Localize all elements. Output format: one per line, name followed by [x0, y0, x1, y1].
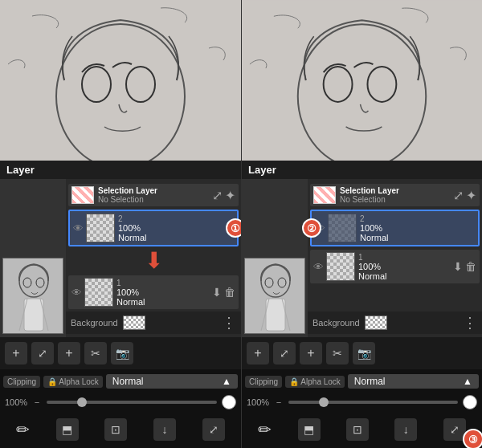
left-layer-list: Selection Layer No Selection ⤢ ✦ 👁 2 100… — [66, 179, 241, 337]
left-bottom-toolbar: + ⤢ + ✂ 📷 — [0, 337, 241, 369]
left-layer1-num: 1 — [116, 279, 145, 287]
left-zoom-slider[interactable] — [47, 401, 217, 404]
left-selection-layer-row[interactable]: Selection Layer No Selection ⤢ ✦ — [68, 184, 239, 206]
pen-icon: ✏ — [16, 420, 30, 439]
trash-icon[interactable]: 🗑 — [224, 286, 235, 299]
right-nav-pen[interactable]: ✏ — [258, 420, 272, 439]
right-more-icon[interactable]: ⋮ — [463, 314, 477, 332]
right-layer2-opacity: 100% — [360, 223, 388, 233]
right-bg-label: Background — [312, 318, 360, 328]
left-zoom-minus[interactable]: － — [32, 396, 42, 409]
alpha-lock-btn[interactable]: 🔒 Alpha Lock — [43, 376, 103, 388]
right-add-layer-btn[interactable]: + — [247, 342, 269, 365]
right-layer-1-row[interactable]: 👁 1 100% Normal ⬇ 🗑 — [310, 250, 480, 283]
add-layer-btn[interactable]: + — [5, 342, 27, 365]
right-layer-content: Selection Layer No Selection ⤢ ✦ ② 👁 — [242, 179, 482, 337]
badge-2: ② — [302, 218, 321, 238]
left-character-thumb — [2, 258, 63, 334]
move-icon[interactable]: ✦ — [225, 188, 235, 203]
left-panel: Layer — [0, 0, 241, 448]
right-transform-btn[interactable]: ⤢ — [273, 342, 296, 365]
right-selection-tools: ⤢ ✦ — [453, 188, 476, 203]
right-mode-bar: Clipping 🔒 Alpha Lock Normal ▲ — [242, 369, 482, 393]
right-add-btn2[interactable]: + — [300, 342, 322, 365]
left-layer1-tools: ⬇ 🗑 — [212, 286, 235, 299]
right-background-row[interactable]: Background ⋮ — [308, 312, 482, 334]
right-cut-btn[interactable]: ✂ — [326, 342, 349, 365]
eye-icon-1[interactable]: 👁 — [71, 287, 82, 299]
left-layer1-opacity: 100% — [116, 287, 145, 297]
left-background-row[interactable]: Background ⋮ — [66, 312, 241, 334]
left-zoom-knob[interactable] — [77, 397, 87, 407]
left-layer-panel: Layer — [0, 161, 241, 448]
transform-btn[interactable]: ⤢ — [31, 342, 54, 365]
brush-circle — [222, 395, 236, 409]
left-nav-btn4[interactable]: ⤢ — [202, 418, 225, 441]
right-clipping-btn[interactable]: Clipping — [245, 376, 282, 388]
left-bottom-nav: ✏ ⬒ ⊡ ↓ ⤢ — [0, 411, 241, 448]
right-brush-circle — [463, 395, 477, 409]
left-layer1-info: 1 100% Normal — [116, 279, 145, 307]
left-layer-header: Layer — [0, 161, 241, 179]
right-nav-btn3[interactable]: ↓ — [394, 418, 417, 441]
camera-btn[interactable]: 📷 — [111, 342, 133, 365]
add-btn2[interactable]: + — [58, 342, 80, 365]
right-camera-btn[interactable]: 📷 — [353, 342, 375, 365]
right-eye-icon-1[interactable]: 👁 — [313, 261, 324, 273]
left-sketch-area — [0, 0, 241, 161]
left-mode-label: Normal — [112, 376, 144, 387]
left-zoom-bar: 100% － — [0, 393, 241, 411]
right-zoom-knob[interactable] — [319, 397, 329, 407]
svg-rect-8 — [24, 299, 43, 331]
right-selection-label: Selection Layer — [340, 186, 399, 195]
left-mini-preview — [0, 179, 66, 337]
right-dropdown-chevron: ▲ — [463, 376, 472, 387]
right-nav-btn2[interactable]: ⊡ — [346, 418, 369, 441]
right-selection-layer-row[interactable]: Selection Layer No Selection ⤢ ✦ — [310, 184, 480, 206]
selection-layer-sub: No Selection — [98, 195, 157, 204]
more-icon[interactable]: ⋮ — [222, 314, 236, 332]
transform-icon[interactable]: ⤢ — [212, 188, 223, 203]
left-layer2-info: 2 100% Normal — [118, 214, 146, 242]
right-move-icon[interactable]: ✦ — [466, 188, 476, 203]
cut-btn[interactable]: ✂ — [84, 342, 107, 365]
left-layer-2-row[interactable]: 👁 2 100% Normal ① — [68, 210, 239, 246]
right-layer1-blend: Normal — [358, 271, 386, 281]
right-zoom-text: 100% — [247, 397, 269, 407]
right-layer2-thumb — [328, 214, 357, 242]
right-layer-header: Layer — [242, 161, 482, 179]
left-mode-dropdown[interactable]: Normal ▲ — [106, 374, 238, 389]
left-layer-1-row[interactable]: 👁 1 100% Normal ⬇ 🗑 — [68, 275, 239, 309]
right-zoom-slider[interactable] — [288, 401, 458, 404]
left-layer2-num: 2 — [118, 214, 146, 223]
clipping-btn[interactable]: Clipping — [3, 376, 40, 388]
eye-icon-2[interactable]: 👁 — [73, 222, 84, 234]
selection-layer-tools: ⤢ ✦ — [212, 188, 235, 203]
right-layer2-info: 2 100% Normal — [360, 214, 388, 242]
selection-layer-label: Selection Layer — [98, 186, 157, 195]
right-transform-icon[interactable]: ⤢ — [453, 188, 464, 203]
right-nav-btn1[interactable]: ⬒ — [298, 418, 321, 441]
right-alpha-lock-btn[interactable]: 🔒 Alpha Lock — [285, 376, 345, 388]
left-nav-pen[interactable]: ✏ — [16, 420, 30, 439]
right-trash-icon[interactable]: 🗑 — [465, 260, 476, 273]
left-bg-preview — [123, 316, 145, 330]
left-zoom-text: 100% — [5, 397, 27, 407]
down-icon[interactable]: ⬇ — [212, 286, 222, 299]
right-layer-2-row[interactable]: ② 👁 2 100% Normal — [310, 210, 480, 246]
selection-layer-info: Selection Layer No Selection — [98, 186, 157, 204]
left-nav-btn1[interactable]: ⬒ — [56, 418, 79, 441]
right-layer1-tools: ⬇ 🗑 — [453, 260, 476, 273]
left-sketch-svg — [0, 0, 241, 161]
right-zoom-minus[interactable]: － — [274, 396, 284, 409]
right-selection-info: Selection Layer No Selection — [340, 186, 399, 204]
right-mode-dropdown[interactable]: Normal ▲ — [348, 374, 479, 389]
right-layer1-thumb — [326, 252, 355, 281]
left-layer-title: Layer — [6, 164, 35, 176]
left-nav-btn2[interactable]: ⊡ — [104, 418, 127, 441]
right-down-icon[interactable]: ⬇ — [453, 260, 463, 273]
right-pen-icon: ✏ — [258, 420, 272, 439]
right-selection-sub: No Selection — [340, 195, 399, 204]
right-layer2-num: 2 — [360, 214, 388, 223]
left-nav-btn3[interactable]: ↓ — [153, 418, 176, 441]
